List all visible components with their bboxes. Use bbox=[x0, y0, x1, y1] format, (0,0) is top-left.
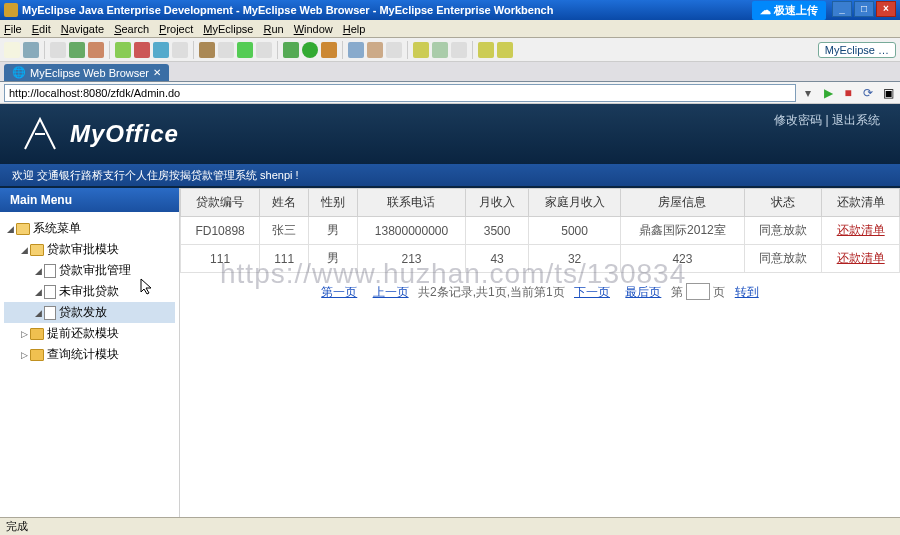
repay-list-link[interactable]: 还款清单 bbox=[837, 251, 885, 265]
pager: 第一页 上一页 共2条记录,共1页,当前第1页 下一页 最后页 第 页 转到 bbox=[180, 273, 900, 311]
stop-icon[interactable]: ■ bbox=[840, 85, 856, 101]
sidebar-title: Main Menu bbox=[0, 188, 179, 212]
new-icon[interactable] bbox=[4, 42, 20, 58]
tool-icon[interactable] bbox=[413, 42, 429, 58]
logo-icon bbox=[20, 114, 60, 154]
tool-icon[interactable] bbox=[367, 42, 383, 58]
tool-icon[interactable] bbox=[69, 42, 85, 58]
tool-icon[interactable] bbox=[88, 42, 104, 58]
menu-edit[interactable]: Edit bbox=[32, 23, 51, 35]
tree-item-approval-manage[interactable]: ◢ 贷款审批管理 bbox=[4, 260, 175, 281]
back-icon[interactable] bbox=[478, 42, 494, 58]
tool-icon[interactable] bbox=[321, 42, 337, 58]
main-area: Main Menu ◢ 系统菜单 ◢ 贷款审批模块 ◢ 贷款审批管理 ◢ 未审批… bbox=[0, 186, 900, 535]
tool-icon[interactable] bbox=[172, 42, 188, 58]
upload-button[interactable]: ☁ 极速上传 bbox=[752, 1, 826, 20]
tool-icon[interactable] bbox=[386, 42, 402, 58]
tree-item-query[interactable]: ▷ 查询统计模块 bbox=[4, 344, 175, 365]
dropdown-icon[interactable]: ▾ bbox=[800, 85, 816, 101]
perspective-badge[interactable]: MyEclipse … bbox=[818, 42, 896, 58]
cloud-icon: ☁ bbox=[760, 4, 771, 17]
pager-go[interactable]: 转到 bbox=[735, 285, 759, 299]
tree-item-loan-approval[interactable]: ◢ 贷款审批模块 bbox=[4, 239, 175, 260]
welcome-bar: 欢迎 交通银行路桥支行个人住房按揭贷款管理系统 shenpi ! bbox=[0, 164, 900, 186]
col-family-income: 家庭月收入 bbox=[529, 189, 621, 217]
nav-tree: ◢ 系统菜单 ◢ 贷款审批模块 ◢ 贷款审批管理 ◢ 未审批贷款 ◢ 贷款发放 … bbox=[0, 212, 179, 371]
col-action: 还款清单 bbox=[822, 189, 900, 217]
pager-last[interactable]: 最后页 bbox=[625, 285, 661, 299]
tool-icon[interactable] bbox=[432, 42, 448, 58]
save-icon[interactable] bbox=[23, 42, 39, 58]
url-input[interactable] bbox=[4, 84, 796, 102]
menu-help[interactable]: Help bbox=[343, 23, 366, 35]
change-password-link[interactable]: 修改密码 bbox=[774, 113, 822, 127]
tool-icon[interactable] bbox=[153, 42, 169, 58]
logout-link[interactable]: 退出系统 bbox=[832, 113, 880, 127]
menubar: File Edit Navigate Search Project MyEcli… bbox=[0, 20, 900, 38]
run-icon[interactable] bbox=[302, 42, 318, 58]
col-gender: 性别 bbox=[309, 189, 358, 217]
tool-icon[interactable] bbox=[451, 42, 467, 58]
window-titlebar: MyEclipse Java Enterprise Development - … bbox=[0, 0, 900, 20]
menu-window[interactable]: Window bbox=[294, 23, 333, 35]
tool-icon[interactable] bbox=[134, 42, 150, 58]
url-bar: ▾ ▶ ■ ⟳ ▣ bbox=[0, 82, 900, 104]
tool-icon[interactable] bbox=[237, 42, 253, 58]
tool-icon[interactable] bbox=[256, 42, 272, 58]
tool-icon[interactable] bbox=[115, 42, 131, 58]
app-header: MyOffice 修改密码 | 退出系统 bbox=[0, 104, 900, 164]
table-row: 111 111 男 213 43 32 423 同意放款 还款清单 bbox=[181, 245, 900, 273]
pager-prev[interactable]: 上一页 bbox=[373, 285, 409, 299]
tree-item-loan-issue[interactable]: ◢ 贷款发放 bbox=[4, 302, 175, 323]
pager-first[interactable]: 第一页 bbox=[321, 285, 357, 299]
pager-next[interactable]: 下一页 bbox=[574, 285, 610, 299]
col-income: 月收入 bbox=[465, 189, 528, 217]
maximize-view-icon[interactable]: ▣ bbox=[880, 85, 896, 101]
debug-icon[interactable] bbox=[283, 42, 299, 58]
menu-run[interactable]: Run bbox=[263, 23, 283, 35]
toolbar: MyEclipse … bbox=[0, 38, 900, 62]
col-phone: 联系电话 bbox=[358, 189, 466, 217]
statusbar: 完成 bbox=[0, 517, 900, 535]
table-row: FD10898 张三 男 13800000000 3500 5000 鼎鑫国际2… bbox=[181, 217, 900, 245]
maximize-button[interactable]: □ bbox=[854, 1, 874, 17]
status-text: 完成 bbox=[6, 519, 28, 534]
menu-myeclipse[interactable]: MyEclipse bbox=[203, 23, 253, 35]
forward-icon[interactable] bbox=[497, 42, 513, 58]
tree-root[interactable]: ◢ 系统菜单 bbox=[4, 218, 175, 239]
menu-project[interactable]: Project bbox=[159, 23, 193, 35]
menu-file[interactable]: File bbox=[4, 23, 22, 35]
app-icon bbox=[4, 3, 18, 17]
tool-icon[interactable] bbox=[50, 42, 66, 58]
header-links: 修改密码 | 退出系统 bbox=[774, 112, 880, 129]
tree-item-unapproved[interactable]: ◢ 未审批贷款 bbox=[4, 281, 175, 302]
col-status: 状态 bbox=[744, 189, 822, 217]
loan-table: 贷款编号 姓名 性别 联系电话 月收入 家庭月收入 房屋信息 状态 还款清单 F… bbox=[180, 188, 900, 273]
content-panel: 贷款编号 姓名 性别 联系电话 月收入 家庭月收入 房屋信息 状态 还款清单 F… bbox=[180, 188, 900, 535]
sidebar: Main Menu ◢ 系统菜单 ◢ 贷款审批模块 ◢ 贷款审批管理 ◢ 未审批… bbox=[0, 188, 180, 535]
tab-close-icon[interactable]: ✕ bbox=[153, 67, 161, 78]
col-house: 房屋信息 bbox=[621, 189, 745, 217]
col-name: 姓名 bbox=[260, 189, 309, 217]
browser-tab[interactable]: 🌐 MyEclipse Web Browser ✕ bbox=[4, 64, 169, 81]
pager-page-input[interactable] bbox=[686, 283, 710, 300]
globe-icon: 🌐 bbox=[12, 66, 26, 79]
repay-list-link[interactable]: 还款清单 bbox=[837, 223, 885, 237]
col-loan-id: 贷款编号 bbox=[181, 189, 260, 217]
menu-navigate[interactable]: Navigate bbox=[61, 23, 104, 35]
pager-info: 共2条记录,共1页,当前第1页 bbox=[418, 285, 565, 299]
editor-tab-bar: 🌐 MyEclipse Web Browser ✕ bbox=[0, 62, 900, 82]
close-button[interactable]: × bbox=[876, 1, 896, 17]
logo-text: MyOffice bbox=[70, 120, 179, 148]
refresh-icon[interactable]: ⟳ bbox=[860, 85, 876, 101]
window-title: MyEclipse Java Enterprise Development - … bbox=[22, 4, 553, 16]
menu-search[interactable]: Search bbox=[114, 23, 149, 35]
tool-icon[interactable] bbox=[199, 42, 215, 58]
minimize-button[interactable]: _ bbox=[832, 1, 852, 17]
tool-icon[interactable] bbox=[218, 42, 234, 58]
go-icon[interactable]: ▶ bbox=[820, 85, 836, 101]
tool-icon[interactable] bbox=[348, 42, 364, 58]
tree-item-prepay[interactable]: ▷ 提前还款模块 bbox=[4, 323, 175, 344]
